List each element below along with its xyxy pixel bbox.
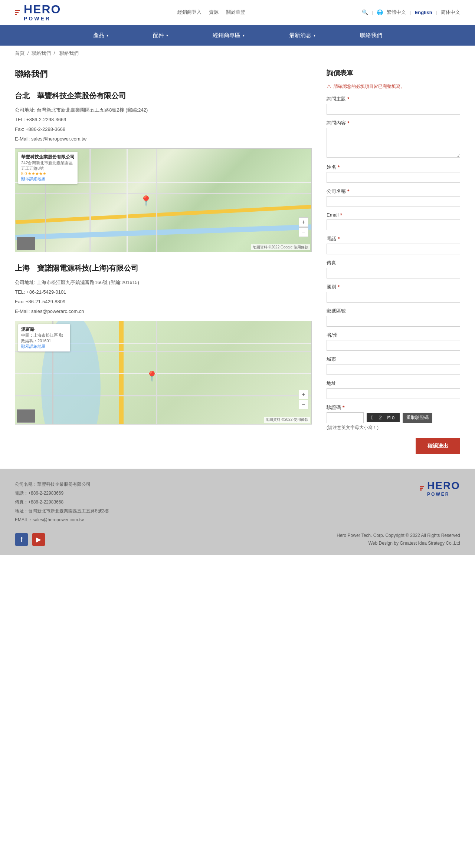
footer-bottom: f ▶ Hero Power Tech. Corp. Copyright © 2… — [15, 532, 460, 548]
taipei-zoom-out[interactable]: − — [299, 227, 308, 237]
submit-row: 確認送出 — [327, 438, 460, 454]
logo-power: POWER — [24, 16, 61, 22]
required-star-content: * — [347, 120, 349, 126]
logo-hero: HERO — [24, 3, 61, 16]
label-company: 公司名稱 * — [327, 188, 460, 195]
label-address: 地址 — [327, 380, 460, 387]
input-company[interactable] — [327, 196, 460, 207]
input-fax[interactable] — [327, 268, 460, 278]
field-captcha: 驗證碼 * I 2 Mo 重取驗證碼 (請注意英文字母大小寫！) — [327, 404, 460, 431]
top-bar: HERO POWER 經銷商登入 資源 關於華豐 🔍 | 🌐 繁體中文 | En… — [0, 0, 475, 25]
nav-contact[interactable]: 聯絡我們 — [338, 25, 404, 46]
footer-top: 公司名稱：華豐科技企業股份有限公司 電話：+886-2-22983669 傳真：… — [15, 480, 460, 524]
input-country[interactable] — [327, 292, 460, 303]
label-subject: 詢問主題 * — [327, 96, 460, 102]
footer: 公司名稱：華豐科技企業股份有限公司 電話：+886-2-22983669 傳真：… — [0, 469, 475, 555]
nav-dealer-zone[interactable]: 經銷商專區 ▾ — [190, 25, 267, 46]
field-phone: 電話 * — [327, 235, 460, 254]
footer-logo-text: HERO POWER — [427, 480, 460, 497]
footer-logo-bar-1 — [420, 486, 424, 487]
input-city[interactable] — [327, 364, 460, 375]
required-star-captcha: * — [343, 405, 344, 410]
shanghai-section: 上海 寶諾陽電源科技(上海)有限公司 公司地址: 上海市松江區九亭鎮滬富路166… — [15, 263, 312, 425]
shanghai-zoom-out[interactable]: − — [299, 400, 308, 409]
input-content[interactable] — [327, 128, 460, 158]
captcha-hint: (請注意英文字母大小寫！) — [327, 425, 460, 431]
footer-logo: HERO POWER — [420, 480, 460, 497]
input-subject[interactable] — [327, 104, 460, 115]
input-state[interactable] — [327, 340, 460, 351]
label-email: Email * — [327, 212, 460, 218]
error-icon: ⚠ — [327, 83, 331, 89]
shanghai-zoom-in[interactable]: + — [299, 390, 308, 399]
footer-address: 地址：台灣新北市新北臺業園區五工五路8號2樓 — [15, 506, 109, 515]
page-title: 聯絡我們 — [15, 69, 312, 80]
lang-en-link[interactable]: English — [415, 10, 432, 15]
breadcrumb: 首頁 / 聯絡我們 / 聯絡我們 — [0, 46, 475, 61]
about-link[interactable]: 關於華豐 — [226, 9, 245, 16]
submit-button[interactable]: 確認送出 — [416, 438, 460, 454]
svg-rect-1 — [15, 193, 311, 194]
lang-tw-link[interactable]: 繁體中文 — [387, 9, 406, 16]
field-company: 公司名稱 * — [327, 188, 460, 207]
shanghai-map-pin: 📍 — [145, 370, 158, 383]
required-star-subject: * — [347, 96, 349, 102]
shanghai-email: E-Mail: sales@powerarc.com.cn — [15, 307, 312, 316]
form-error-message: ⚠ 請確認您的必填項目皆已完整填寫。 — [327, 83, 460, 90]
captcha-refresh-button[interactable]: 重取驗證碼 — [403, 413, 432, 423]
taipei-map-controls: + − — [299, 217, 308, 237]
field-address: 地址 — [327, 380, 460, 399]
nav-products[interactable]: 產品 ▾ — [71, 25, 131, 46]
field-country: 國別 * — [327, 284, 460, 303]
input-address[interactable] — [327, 388, 460, 399]
globe-icon: 🌐 — [377, 9, 383, 15]
shanghai-map-infobox: 滬富路 中圖：上海市松江區 郵政編碼：201601 顯示詳細地圖 — [18, 324, 70, 352]
taipei-map: 📍 + − 地圖資料 ©2022 Google 使用條款 華豐科技企業股份有限公… — [15, 148, 312, 252]
field-name: 姓名 * — [327, 164, 460, 183]
captcha-row: I 2 Mo 重取驗證碼 — [327, 412, 460, 423]
svg-rect-3 — [127, 149, 128, 252]
youtube-button[interactable]: ▶ — [32, 533, 45, 546]
label-country: 國別 * — [327, 284, 460, 290]
breadcrumb-home[interactable]: 首頁 — [15, 50, 24, 56]
required-star-email: * — [340, 212, 342, 218]
captcha-input[interactable] — [327, 412, 364, 423]
logo: HERO POWER — [15, 3, 61, 22]
taipei-tel: TEL: +886-2-2298-3669 — [15, 115, 312, 125]
inquiry-title: 詢價表單 — [327, 69, 460, 77]
taipei-address: 公司地址: 台灣新北市新北臺業園區五工五路8號2樓 (郵編:242) — [15, 105, 312, 115]
input-email[interactable] — [327, 220, 460, 230]
input-name[interactable] — [327, 172, 460, 183]
products-arrow: ▾ — [107, 33, 108, 37]
resources-link[interactable]: 資源 — [209, 9, 219, 16]
field-content: 詢問內容 * — [327, 120, 460, 159]
label-city: 城市 — [327, 356, 460, 363]
taipei-zoom-in[interactable]: + — [299, 217, 308, 227]
label-phone: 電話 * — [327, 235, 460, 242]
field-fax: 傳真 — [327, 260, 460, 278]
captcha-image: I 2 Mo — [367, 413, 400, 422]
footer-tel: 電話：+886-2-22983669 — [15, 489, 109, 498]
dealer-login-link[interactable]: 經銷商登入 — [177, 9, 202, 16]
nav-accessories[interactable]: 配件 ▾ — [131, 25, 190, 46]
inquiry-form-col: 詢價表單 ⚠ 請確認您的必填項目皆已完整填寫。 詢問主題 * 詢問內容 * 姓名 — [327, 69, 460, 454]
top-nav: 經銷商登入 資源 關於華豐 — [177, 9, 245, 16]
search-icon[interactable]: 🔍 — [362, 9, 368, 15]
facebook-button[interactable]: f — [15, 533, 28, 546]
input-phone[interactable] — [327, 244, 460, 254]
nav-news[interactable]: 最新消息 ▾ — [267, 25, 338, 46]
required-star-name: * — [338, 164, 340, 170]
shanghai-map-thumb — [17, 409, 35, 423]
lang-cn-link[interactable]: 简体中文 — [441, 9, 460, 16]
breadcrumb-sep1: / — [27, 50, 29, 56]
shanghai-city: 上海 寶諾陽電源科技(上海)有限公司 — [15, 263, 312, 273]
footer-social: f ▶ — [15, 533, 45, 546]
breadcrumb-contact[interactable]: 聯絡我們 — [32, 50, 51, 56]
logo-bar-2 — [15, 12, 19, 13]
copyright-line2: Web Design by Greatest Idea Strategy Co.… — [337, 539, 460, 548]
shanghai-map: 📍 + − 地圖資料 ©2022 使用條款 滬富路 中圖：上海市松江區 郵政編碼… — [15, 321, 312, 425]
page-content: 聯絡我們 台北 華豐科技企業股份有限公司 公司地址: 台灣新北市新北臺業園區五工… — [0, 61, 475, 469]
svg-rect-4 — [15, 224, 311, 240]
input-zipcode[interactable] — [327, 316, 460, 327]
logo-text: HERO POWER — [24, 3, 61, 22]
